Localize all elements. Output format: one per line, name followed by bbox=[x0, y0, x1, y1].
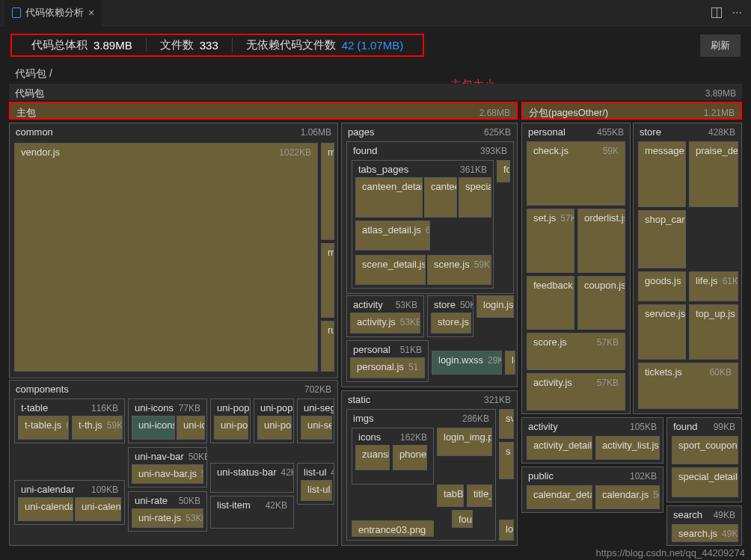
node-lo[interactable]: lo bbox=[505, 351, 515, 375]
leaf-service[interactable]: service.js60 bbox=[638, 304, 686, 360]
node-activity-r[interactable]: activity.js57KB bbox=[527, 373, 625, 410]
node-components[interactable]: components702KB t-table116KB t-table.js6… bbox=[9, 380, 338, 546]
leaf-life[interactable]: life.js61KB bbox=[689, 271, 738, 301]
node-uniicons-b[interactable]: uni-ic bbox=[177, 416, 205, 440]
node-public2[interactable]: public102KB calendar_deta calendar.js50 bbox=[521, 467, 663, 513]
node-fou[interactable]: fou bbox=[452, 510, 473, 528]
split-editor-icon[interactable] bbox=[711, 7, 722, 18]
node-scenedet[interactable]: scene_detail.js6 bbox=[355, 255, 426, 285]
node-found[interactable]: found393KB tabs_pages361KB canteen_detai… bbox=[346, 141, 514, 294]
node-common[interactable]: common1.06MB vendor.js1022KB ma ma run bbox=[9, 123, 338, 378]
node-loc[interactable]: loc bbox=[499, 520, 514, 541]
leaf-message[interactable]: message.js bbox=[638, 141, 686, 207]
node-vendor[interactable]: vendor.js1022KB bbox=[14, 143, 318, 372]
node-common-m2[interactable]: ma bbox=[321, 243, 334, 318]
leaf-caldet[interactable]: calendar_deta bbox=[527, 485, 592, 509]
node-ttable[interactable]: t-table116KB t-table.js60 t-th.js59KB bbox=[14, 399, 125, 443]
node-scene[interactable]: scene.js59KB bbox=[427, 255, 491, 285]
node-unipopu2[interactable]: uni-popu uni-pop bbox=[254, 399, 294, 443]
node-unipopu1[interactable]: uni-popu uni-pop bbox=[210, 399, 251, 443]
node-score[interactable]: score.js57KB bbox=[527, 333, 625, 370]
node-root[interactable]: 代码包3.89MB bbox=[9, 84, 742, 100]
node-unistatus[interactable]: uni-status-bar42KB bbox=[210, 463, 294, 493]
leaf-praise[interactable]: praise_det bbox=[689, 141, 738, 207]
leaf-specdet[interactable]: special_detail.js49K bbox=[672, 467, 738, 497]
node-check[interactable]: check.js59K bbox=[527, 141, 625, 206]
node-svg[interactable]: svg bbox=[499, 409, 514, 439]
node-canteen2[interactable]: cantee bbox=[424, 177, 457, 218]
node-unisegn[interactable]: uni-segn uni-sec bbox=[297, 399, 334, 443]
node-titlei[interactable]: title_i bbox=[467, 484, 492, 507]
node-listul[interactable]: list-ul41KB list-ul.j bbox=[297, 463, 334, 505]
leaf-sport[interactable]: sport_coupon.js50K bbox=[672, 436, 738, 464]
node-zuansh[interactable]: zuansh bbox=[355, 445, 390, 470]
watermark: https://blog.csdn.net/qq_44209274 bbox=[596, 547, 746, 559]
node-unipopu2-a[interactable]: uni-pop bbox=[257, 416, 292, 440]
node-activity2[interactable]: activity105KB activity_detail. activity_… bbox=[521, 417, 663, 464]
node-listitem[interactable]: list-item42KB bbox=[210, 496, 294, 529]
node-personal-r[interactable]: personal455KB check.js59K set.js57KB ord… bbox=[521, 123, 631, 414]
node-tabba[interactable]: tabBa bbox=[437, 484, 464, 507]
node-unipopu1-a[interactable]: uni-pop bbox=[214, 416, 248, 440]
leaf-goods[interactable]: goods.js62 bbox=[638, 271, 686, 301]
node-unical-a[interactable]: uni-calenda bbox=[18, 497, 73, 521]
node-loginimg[interactable]: login_img.pn bbox=[437, 428, 492, 456]
node-unirate[interactable]: uni-rate50KB uni-rate.js53KB bbox=[128, 491, 207, 532]
leaf-cal[interactable]: calendar.js50 bbox=[595, 485, 660, 509]
node-s[interactable]: s bbox=[499, 442, 514, 479]
node-unical-b[interactable]: uni-calen bbox=[75, 497, 121, 521]
node-orderlist2[interactable]: orderlist.js5 bbox=[577, 209, 625, 273]
node-set[interactable]: set.js57KB bbox=[527, 209, 574, 273]
node-sub[interactable]: 分包(pagesOther/)1.21MB bbox=[521, 102, 742, 120]
node-main[interactable]: 主包2.68MB bbox=[9, 102, 518, 120]
tab-code-analysis[interactable]: 代码依赖分析 × bbox=[4, 0, 102, 26]
node-loginwxss[interactable]: login.wxss29KB bbox=[432, 351, 502, 375]
node-found2[interactable]: found99KB sport_coupon.js50K special_det… bbox=[666, 417, 742, 502]
node-common-m3[interactable]: run bbox=[321, 321, 334, 372]
node-activity[interactable]: activity53KB activity.js53KB bbox=[346, 295, 424, 337]
node-loginjs[interactable]: login.js47 bbox=[476, 295, 514, 318]
close-icon[interactable]: × bbox=[88, 7, 94, 19]
node-fo[interactable]: fo bbox=[497, 160, 510, 182]
node-unicalendar[interactable]: uni-calendar109KB uni-calenda uni-calen bbox=[14, 480, 125, 525]
node-phone[interactable]: phone bbox=[393, 445, 427, 470]
node-uniicons-a[interactable]: uni-icons bbox=[132, 416, 175, 440]
node-atlas[interactable]: atlas_detail.js62 bbox=[355, 221, 430, 250]
node-uninav[interactable]: uni-nav-bar50KB uni-nav-bar.js53K bbox=[128, 447, 207, 487]
node-storejs[interactable]: store.js5 bbox=[431, 313, 471, 333]
node-personal[interactable]: personal51KB personal.js51 bbox=[346, 340, 429, 382]
node-pages[interactable]: pages625KB found393KB tabs_pages361KB ca… bbox=[341, 123, 518, 387]
leaf-actlist[interactable]: activity_list.js bbox=[595, 436, 660, 460]
refresh-button[interactable]: 刷新 bbox=[700, 34, 741, 57]
node-activityjs[interactable]: activity.js53KB bbox=[350, 313, 420, 333]
leaf-topup[interactable]: top_up.js60 bbox=[689, 304, 738, 360]
node-listul-a[interactable]: list-ul.j bbox=[301, 480, 332, 501]
node-tabs[interactable]: tabs_pages361KB canteen_detail.j cantee … bbox=[352, 160, 494, 289]
leaf-searchjs[interactable]: search.js49KB bbox=[672, 524, 738, 542]
node-common-m1[interactable]: ma bbox=[321, 143, 334, 240]
node-static[interactable]: static321KB imgs286KB icons162KB zuansh … bbox=[341, 390, 518, 546]
node-imgs[interactable]: imgs286KB icons162KB zuansh phone login_… bbox=[346, 409, 496, 541]
nodeps-link[interactable]: 42 (1.07MB) bbox=[342, 39, 404, 52]
node-personaljs[interactable]: personal.js51 bbox=[350, 357, 425, 378]
more-icon[interactable]: ··· bbox=[732, 6, 742, 19]
node-canteen1[interactable]: canteen_detail.j bbox=[355, 177, 423, 218]
leaf-actdet[interactable]: activity_detail. bbox=[527, 436, 592, 460]
node-uniicons[interactable]: uni-icons77KB uni-icons uni-ic bbox=[128, 399, 207, 443]
node-feedback[interactable]: feedback.js bbox=[527, 276, 574, 330]
node-unirate-a[interactable]: uni-rate.js53KB bbox=[132, 508, 203, 528]
node-uninav-a[interactable]: uni-nav-bar.js53K bbox=[132, 464, 203, 484]
node-coupon[interactable]: coupon.js57 bbox=[577, 276, 625, 330]
node-store[interactable]: store50KB store.js5 bbox=[427, 295, 473, 337]
node-search2[interactable]: search49KB search.js49KB bbox=[666, 505, 742, 546]
node-icons[interactable]: icons162KB zuansh phone bbox=[352, 428, 434, 484]
leaf-tickets[interactable]: tickets.js60KB bbox=[638, 363, 738, 409]
leaf-shopcar[interactable]: shop_car.js bbox=[638, 210, 686, 268]
node-ttable-b[interactable]: t-th.js59KB bbox=[72, 416, 123, 440]
node-entrance[interactable]: entrance03.png bbox=[352, 520, 434, 537]
file-icon bbox=[12, 7, 21, 18]
node-special[interactable]: special bbox=[459, 177, 491, 218]
node-ttable-a[interactable]: t-table.js60 bbox=[18, 416, 69, 440]
node-unisegn-a[interactable]: uni-sec bbox=[301, 416, 332, 440]
node-store-right[interactable]: store428KB message.js praise_det shop_ca… bbox=[633, 123, 742, 414]
